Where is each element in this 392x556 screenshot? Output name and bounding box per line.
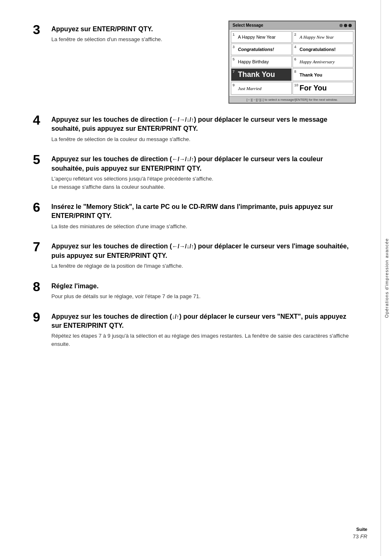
cell-num-8: 8 [294,70,296,74]
step-7: 7 Appuyez sur les touches de direction (… [33,242,356,270]
dot-3 [348,24,352,27]
cell-text-3: Congratulations! [234,47,274,52]
step-8-desc: Pour plus de détails sur le réglage, voi… [51,292,356,301]
cell-text-6: Happy Anniversary [295,59,335,64]
step-9-title: Appuyez sur les touches de direction (↓/… [51,312,356,331]
cell-text-4: Congratulations! [295,47,336,52]
panel-header: Select Message [229,21,355,30]
step-7-desc: La fenêtre de réglage de la position de … [51,262,356,270]
step-4-content: Appuyez sur les touches de direction (←/… [51,115,356,143]
cell-text-8: Thank You [295,72,322,77]
footer-suite: Suite [356,527,367,532]
msg-cell-2[interactable]: 2 A Happy New Year [293,31,353,43]
step-7-content: Appuyez sur les touches de direction (←/… [51,242,356,270]
step-5-content: Appuyez sur les touches de direction (←/… [51,155,356,191]
message-grid: 1 A Happy New Year 2 A Happy New Year 3 [231,31,353,95]
cell-num-7: 7 [233,70,235,74]
step-number-5: 5 [33,153,51,166]
panel-dots [339,24,352,27]
panel-title: Select Message [233,23,263,28]
msg-cell-7[interactable]: 7 Thank You [231,68,292,81]
step-4-title: Appuyez sur les touches de direction (←/… [51,115,356,134]
side-tab: Opérations d'impression avancée [380,0,392,556]
step-8: 8 Réglez l'image. Pour plus de détails s… [33,282,356,301]
cell-num-4: 4 [294,45,296,49]
select-message-panel: Select Message 1 [228,21,356,104]
msg-cell-8[interactable]: 8 Thank You [293,68,353,81]
dot-1 [339,24,343,27]
step-3-desc: La fenêtre de sélection d'un message s'a… [51,35,220,44]
step-9-desc: Répétez les étapes 7 à 9 jusqu'à la séle… [51,332,356,348]
step-4: 4 Appuyez sur les touches de direction (… [33,115,356,143]
cell-num-2: 2 [294,32,296,37]
cell-num-3: 3 [233,45,235,49]
step-number-9: 9 [33,310,51,324]
step-6-title: Insérez le "Memory Stick", la carte PC o… [51,202,356,221]
step-9-content: Appuyez sur les touches de direction (↓/… [51,312,356,348]
panel-body: 1 A Happy New Year 2 A Happy New Year 3 [229,30,355,96]
step-5: 5 Appuyez sur les touches de direction (… [33,155,356,191]
cell-num-10: 10 [294,83,298,87]
step-8-content: Réglez l'image. Pour plus de détails sur… [51,282,356,301]
cell-text-9: Just Married [234,86,261,91]
step-7-title: Appuyez sur les touches de direction (←/… [51,242,356,260]
msg-cell-4[interactable]: 4 Congratulations! [293,44,353,55]
cell-text-5: Happy Birthday [234,59,269,64]
panel-footer: [←][→][↑][↓] to select a message/[ENTER]… [229,96,355,103]
msg-cell-1[interactable]: 1 A Happy New Year [231,31,292,43]
step-3-title: Appuyez sur ENTER/PRINT QTY. [51,25,220,34]
step-3: 3 Appuyez sur ENTER/PRINT QTY. La fenêtr… [33,25,356,104]
step-6-content: Insérez le "Memory Stick", la carte PC o… [51,202,356,230]
cell-num-9: 9 [233,83,235,87]
step-8-title: Réglez l'image. [51,282,356,291]
cell-num-5: 5 [233,57,235,61]
cell-text-1: A Happy New Year [234,35,276,39]
page-footer: Suite 73 FR [353,527,367,540]
msg-cell-3[interactable]: 3 Congratulations! [231,44,292,55]
cell-text-10: For You [295,84,327,93]
cell-num-6: 6 [294,57,296,61]
step-6: 6 Insérez le "Memory Stick", la carte PC… [33,202,356,230]
step-number-3: 3 [33,23,51,36]
step-number-4: 4 [33,114,51,127]
step-number-8: 8 [33,280,51,293]
side-tab-text: Opérations d'impression avancée [384,238,389,318]
step-5-title: Appuyez sur les touches de direction (←/… [51,155,356,173]
msg-cell-5[interactable]: 5 Happy Birthday [231,56,292,67]
step-4-desc: La fenêtre de sélection de la couleur du… [51,135,356,144]
footer-page-number: 73 FR [353,533,367,540]
step-number-6: 6 [33,201,51,214]
step-number-7: 7 [33,240,51,253]
step-9: 9 Appuyez sur les touches de direction (… [33,312,356,348]
step-5-desc: L'aperçu reflétant vos sélections jusqu'… [51,175,356,191]
cell-text-7: Thank You [234,70,275,79]
msg-cell-9[interactable]: 9 Just Married [231,82,292,95]
step-3-content: Appuyez sur ENTER/PRINT QTY. La fenêtre … [51,25,356,104]
cell-num-1: 1 [233,32,235,37]
dot-2 [344,24,347,27]
step-6-desc: La liste des miniatures de sélection d'u… [51,222,356,231]
cell-text-2: A Happy New Year [295,35,334,39]
msg-cell-6[interactable]: 6 Happy Anniversary [293,56,353,67]
msg-cell-10[interactable]: 10 For You [293,82,353,95]
